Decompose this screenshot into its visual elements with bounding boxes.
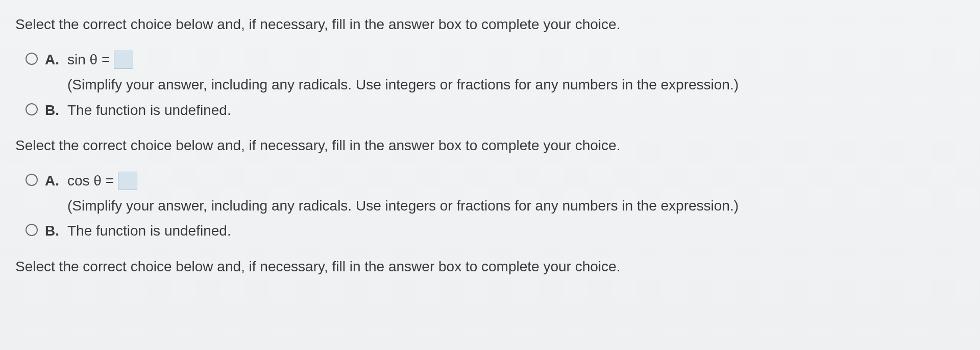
expr-line-1: sin θ = (67, 50, 739, 69)
hint-a-2: (Simplify your answer, including any rad… (67, 196, 739, 216)
choice-a-row-2: A. cos θ = (Simplify your answer, includ… (26, 171, 965, 216)
radio-a-2[interactable] (26, 174, 38, 186)
choice-b-text-2: The function is undefined. (67, 221, 231, 241)
choice-a-content-1: sin θ = (Simplify your answer, including… (67, 50, 739, 95)
choice-b-content-1: The function is undefined. (67, 100, 231, 120)
expr-line-2: cos θ = (67, 171, 739, 191)
choice-letter-b-1: B. (45, 100, 59, 120)
choice-letter-b-2: B. (45, 221, 59, 241)
choice-letter-a-2: A. (45, 171, 59, 191)
expr-sin: sin θ = (67, 50, 110, 69)
radio-b-1[interactable] (26, 103, 38, 115)
choice-b-text-1: The function is undefined. (67, 100, 231, 120)
choice-b-row-2: B. The function is undefined. (26, 221, 965, 241)
answer-box-sin[interactable] (114, 51, 133, 69)
radio-b-2[interactable] (26, 224, 38, 236)
question-prompt-2: Select the correct choice below and, if … (15, 135, 965, 155)
question-block-1: A. sin θ = (Simplify your answer, includ… (15, 50, 965, 120)
expr-cos: cos θ = (67, 171, 114, 191)
hint-a-1: (Simplify your answer, including any rad… (67, 75, 739, 95)
choice-a-row-1: A. sin θ = (Simplify your answer, includ… (26, 50, 965, 95)
question-block-2: A. cos θ = (Simplify your answer, includ… (15, 171, 965, 241)
question-prompt-1: Select the correct choice below and, if … (15, 14, 965, 34)
choice-a-content-2: cos θ = (Simplify your answer, including… (67, 171, 739, 216)
answer-box-cos[interactable] (118, 172, 137, 190)
choice-b-content-2: The function is undefined. (67, 221, 231, 241)
choice-b-row-1: B. The function is undefined. (26, 100, 965, 120)
question-prompt-3: Select the correct choice below and, if … (15, 256, 965, 276)
radio-a-1[interactable] (26, 53, 38, 65)
choice-letter-a-1: A. (45, 50, 59, 69)
